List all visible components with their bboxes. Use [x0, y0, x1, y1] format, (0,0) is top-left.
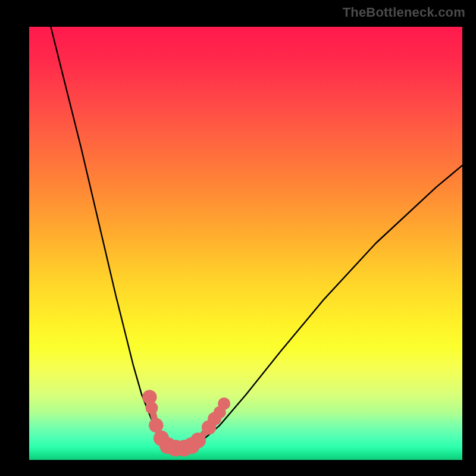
- curve-marker: [190, 433, 206, 448]
- curve-markers: [142, 390, 230, 456]
- chart-svg: [29, 27, 462, 460]
- curve-marker: [146, 402, 158, 414]
- curve-marker: [218, 397, 230, 410]
- curve-marker: [149, 418, 163, 433]
- chart-frame: TheBottleneck.com: [0, 0, 476, 476]
- watermark-text: TheBottleneck.com: [343, 5, 465, 20]
- plot-area: [29, 27, 462, 460]
- bottleneck-curve: [51, 27, 462, 450]
